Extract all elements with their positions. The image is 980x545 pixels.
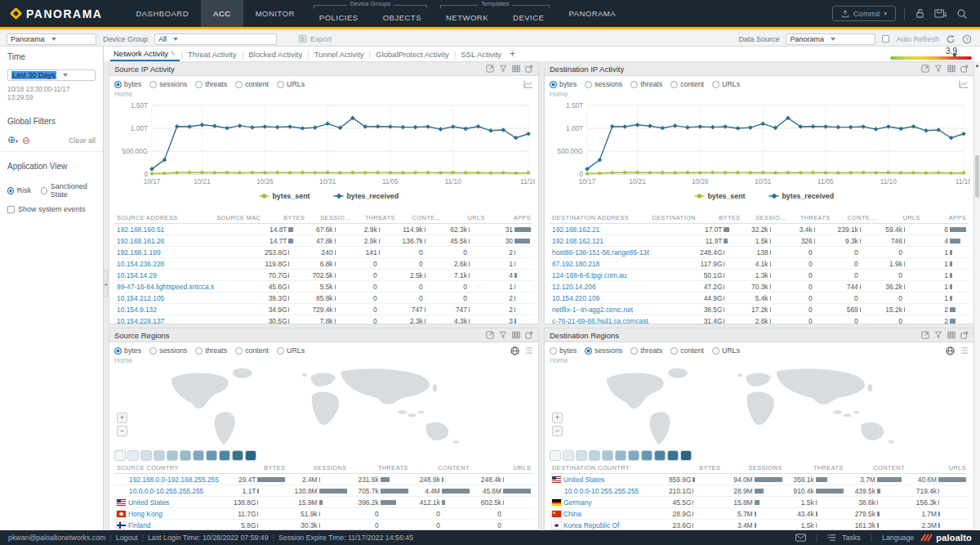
country-link[interactable]: Hong Kong: [128, 510, 163, 518]
metric-urls[interactable]: URLs: [712, 346, 740, 355]
address-link[interactable]: 10.154.212.105: [117, 294, 164, 302]
address-link[interactable]: 10.154.220.109: [552, 294, 599, 302]
metric-cell[interactable]: 43.4k: [785, 508, 846, 520]
column-header[interactable]: URLS: [443, 212, 488, 224]
map-zoom-in-button[interactable]: +: [552, 413, 563, 423]
metric-cell[interactable]: 0: [833, 315, 879, 325]
metric-cell[interactable]: 1.5k: [785, 497, 846, 508]
nav-item-monitor[interactable]: MONITOR: [243, 0, 307, 27]
address-link[interactable]: 192.168.1.199: [117, 248, 161, 257]
metric-cell[interactable]: 2: [488, 247, 533, 258]
metric-cell[interactable]: 5.8G: [226, 520, 287, 531]
metric-cell[interactable]: 6: [923, 224, 969, 235]
metric-content[interactable]: content: [235, 80, 269, 88]
metric-cell[interactable]: 0: [350, 520, 411, 531]
metric-cell[interactable]: 240: [307, 247, 353, 258]
metric-cell[interactable]: 45.6G: [261, 281, 307, 293]
column-header[interactable]: URLS: [907, 462, 969, 474]
metric-cell[interactable]: 0: [443, 293, 488, 304]
country-link[interactable]: 192.168.0.0-192.168.255.255: [129, 476, 219, 484]
metric-urls[interactable]: URLs: [712, 80, 740, 88]
metric-content[interactable]: content: [670, 80, 704, 88]
metric-cell[interactable]: 0: [833, 270, 879, 281]
metric-cell[interactable]: 70.3k: [742, 281, 788, 293]
home-breadcrumb[interactable]: Home: [114, 90, 533, 99]
country-link[interactable]: China: [564, 510, 581, 518]
metric-cell[interactable]: 248.9k: [411, 474, 472, 485]
address-link[interactable]: 12.120.14.206: [552, 283, 596, 291]
metric-cell[interactable]: 136.7k: [398, 235, 443, 247]
metric-cell[interactable]: 1: [488, 258, 533, 270]
table-view-icon[interactable]: [512, 331, 520, 339]
device-group-select[interactable]: All: [154, 34, 277, 45]
metric-cell[interactable]: 17.2k: [742, 304, 788, 315]
metric-threats[interactable]: threats: [630, 80, 662, 88]
metric-cell[interactable]: 14.7T: [261, 235, 307, 247]
map-zoom-in-button[interactable]: +: [117, 413, 127, 423]
metric-cell[interactable]: 141: [354, 247, 398, 258]
metric-sessions[interactable]: sessions: [149, 80, 187, 88]
tasks-link[interactable]: Tasks: [842, 534, 861, 542]
metric-cell[interactable]: 729.4k: [307, 304, 353, 315]
metric-cell[interactable]: 0: [443, 281, 488, 293]
metric-cell[interactable]: 0: [472, 520, 533, 531]
metric-cell[interactable]: 602.5k: [472, 497, 533, 508]
metric-cell[interactable]: 359.1k: [785, 474, 846, 485]
metric-bytes[interactable]: bytes: [114, 346, 141, 355]
address-link[interactable]: netflix-1--tri-agg2.cenic.net: [552, 306, 633, 314]
metric-cell[interactable]: 4.4M: [411, 485, 472, 497]
address-link[interactable]: 192.168.162.121: [552, 237, 604, 245]
metric-cell[interactable]: 34.9G: [261, 304, 307, 315]
tab-ssl-activity[interactable]: SSL Activity: [457, 48, 505, 60]
tab-globalprotect-activity[interactable]: GlobalProtect Activity: [372, 48, 452, 60]
metric-cell[interactable]: 1: [923, 247, 969, 258]
metric-cell[interactable]: 326: [789, 235, 833, 247]
metric-cell[interactable]: 17.0T: [697, 224, 742, 235]
metric-sessions[interactable]: sessions: [585, 346, 622, 355]
address-link[interactable]: 10.154.9.132: [117, 306, 157, 314]
context-select[interactable]: Panorama: [7, 34, 96, 45]
map-zoom-out-button[interactable]: −: [117, 426, 127, 436]
nav-item-panorama[interactable]: PANORAMA: [556, 0, 628, 27]
metric-cell[interactable]: 1: [923, 293, 969, 304]
jump-to-logs-icon[interactable]: [960, 65, 969, 73]
column-header[interactable]: SESSIONS: [287, 462, 349, 474]
scroll-up-arrow[interactable]: ▲: [974, 63, 980, 68]
risk-radio[interactable]: [7, 187, 14, 194]
nav-item-acc[interactable]: ACC: [201, 0, 243, 27]
list-view-icon[interactable]: [524, 346, 533, 355]
column-header[interactable]: SESSIONS: [723, 462, 784, 474]
metric-sessions[interactable]: sessions: [149, 346, 187, 355]
metric-cell[interactable]: 47.2G: [697, 281, 742, 293]
metric-cell[interactable]: 28.9M: [723, 485, 784, 497]
metric-cell[interactable]: 6.8k: [307, 258, 353, 270]
metric-cell[interactable]: 0: [398, 247, 443, 258]
country-link[interactable]: 10.0.0.0-10.255.255.255: [129, 487, 203, 495]
address-link[interactable]: 192.168.160.51: [117, 226, 164, 234]
filter-icon[interactable]: [499, 331, 507, 339]
globe-view-icon[interactable]: [946, 346, 955, 355]
column-header[interactable]: SOURCE MAC: [214, 212, 261, 224]
metric-cell[interactable]: 1: [923, 258, 969, 270]
data-source-select[interactable]: Panorama: [786, 34, 875, 45]
column-header[interactable]: SOURCE COUNTRY: [114, 462, 226, 474]
metric-cell[interactable]: 138: [742, 247, 788, 258]
metric-cell[interactable]: 1: [923, 270, 969, 281]
metric-cell[interactable]: 744: [833, 281, 879, 293]
metric-cell[interactable]: 2: [488, 304, 533, 315]
address-link[interactable]: 10.154.14.29: [117, 271, 157, 279]
metric-bytes[interactable]: bytes: [550, 346, 577, 355]
messages-icon[interactable]: [795, 534, 806, 542]
metric-cell[interactable]: 156.3k: [907, 497, 969, 508]
metric-cell[interactable]: 719.4k: [907, 485, 969, 497]
add-filter-icon[interactable]: ⊕▾: [7, 136, 18, 145]
metric-cell[interactable]: 0: [411, 520, 472, 531]
metric-cell[interactable]: 0: [789, 315, 833, 325]
metric-cell[interactable]: 44.9G: [697, 293, 742, 304]
metric-cell[interactable]: 0: [833, 293, 879, 304]
metric-cell[interactable]: 47.8k: [307, 235, 353, 247]
metric-cell[interactable]: 11.7G: [226, 508, 287, 520]
column-header[interactable]: URLS: [879, 212, 923, 224]
metric-cell[interactable]: 0: [789, 281, 833, 293]
tasks-icon[interactable]: [827, 534, 836, 542]
